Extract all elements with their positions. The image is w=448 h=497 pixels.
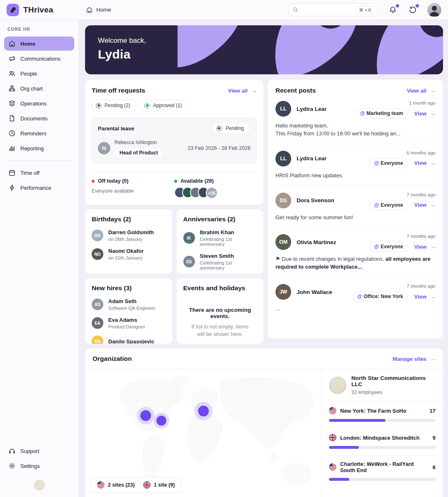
sidebar-item-people[interactable]: People — [4, 66, 74, 81]
filter-approved-chip[interactable]: Approved (1) — [140, 100, 187, 111]
post-body: Hello marketing team, This Friday from 1… — [275, 122, 436, 138]
history-dot — [416, 4, 419, 7]
new-hires-card: New hires (3) AS Adam Seth Software QA E… — [85, 278, 172, 344]
list-item[interactable]: AS Adam Seth Software QA Engineer — [92, 298, 166, 311]
list-item[interactable]: IK Ibrahim Khan Celebrating 1st annivers… — [183, 229, 257, 247]
us-flag-icon — [329, 407, 336, 414]
chip-label: Approved (1) — [153, 103, 182, 108]
company-name: North Star Communications LLC — [351, 375, 436, 387]
banner-text: Welcome back, Lydia — [98, 37, 146, 61]
avatar: JW — [275, 284, 291, 300]
legend-item-uk: 1 site (9) — [143, 481, 175, 489]
post-time: 7 months ago — [369, 192, 436, 197]
search-icon — [292, 7, 299, 13]
sidebar-item-label: Home — [20, 41, 35, 47]
company-employee-count: 32 employees — [351, 389, 436, 395]
sidebar-item-label: Settings — [20, 463, 40, 469]
user-avatar[interactable] — [427, 3, 441, 17]
time-off-request-item[interactable]: Parental leave Pending RI Rebecca Ishlin… — [92, 118, 257, 164]
site-row[interactable]: London: Mindspace Shoreditch 9 — [321, 428, 443, 455]
manage-sites-link[interactable]: Manage sites → — [392, 356, 436, 362]
filter-pending-chip[interactable]: Pending (2) — [92, 100, 136, 111]
avatar: OM — [275, 234, 291, 250]
org-chart-icon — [8, 85, 16, 92]
available-avatar-stack[interactable]: +25 — [174, 187, 257, 199]
company-logo — [329, 377, 346, 394]
sidebar-item-org-chart[interactable]: Org chart — [4, 81, 74, 95]
view-label: View — [414, 160, 426, 166]
post-view-link[interactable]: View→ — [414, 160, 436, 166]
sidebar-item-label: People — [20, 71, 37, 77]
sidebar-item-support[interactable]: Support — [4, 444, 74, 458]
uk-flag-icon — [143, 481, 151, 489]
arrow-right-icon: → — [430, 244, 436, 250]
list-item[interactable]: NO Naomi Okafor on 31th January — [92, 248, 166, 260]
sidebar-item-settings[interactable]: Settings — [4, 459, 74, 473]
arrow-right-icon: → — [430, 294, 436, 300]
banner-greeting: Welcome back, — [98, 37, 146, 45]
list-item[interactable]: DG Darren Goldsmith on 26th January — [92, 229, 166, 242]
person-sub: Product Designer — [108, 324, 145, 329]
audience-badge: @Everyone — [369, 200, 408, 210]
site-row[interactable]: Charlotte: WeWork - RailYard South End 6 — [321, 455, 443, 487]
audience-badge: @Everyone — [369, 158, 408, 168]
home-icon — [8, 40, 16, 47]
sidebar-item-time-off[interactable]: Time off — [4, 166, 74, 180]
search-input[interactable] — [301, 7, 353, 13]
manage-sites-label: Manage sites — [392, 356, 426, 362]
sidebar-item-reporting[interactable]: Reporting — [4, 141, 74, 155]
search-bar[interactable]: ⌘ + K — [288, 3, 377, 16]
sidebar: CORE HR Home Communications People Org c… — [0, 20, 79, 497]
post-view-link[interactable]: View→ — [414, 294, 436, 300]
headset-icon — [8, 447, 16, 455]
birthdays-card: Birthdays (2) DG Darren Goldsmith on 26t… — [85, 209, 172, 274]
red-dot-icon — [92, 180, 95, 183]
list-item[interactable]: SS Steven Smith Celebrating 1st annivers… — [183, 253, 257, 270]
person-sub: on 31th January — [108, 255, 144, 260]
history-button[interactable] — [408, 5, 417, 15]
sidebar-item-reminders[interactable]: Reminders — [4, 126, 74, 140]
sidebar-item-operations[interactable]: Operations — [4, 96, 74, 110]
time-off-view-all-link[interactable]: View all → — [228, 88, 257, 94]
at-icon: @ — [374, 160, 379, 166]
audience-badge: @Marketing team — [355, 108, 408, 118]
approved-radio-icon — [144, 103, 150, 108]
document-icon — [8, 115, 16, 122]
person-name: Naomi Okafor — [108, 248, 144, 254]
person-silhouette-icon — [427, 3, 441, 17]
post-view-link[interactable]: View→ — [414, 244, 436, 250]
off-today-label-row: Off today (0) — [92, 178, 174, 184]
search-shortcut: ⌘ + K — [356, 6, 375, 14]
sidebar-item-performance[interactable]: Performance — [4, 181, 74, 195]
topbar: THrivea Home ⌘ + K — [0, 0, 448, 20]
off-today-sub: Everyone available — [92, 188, 174, 194]
new-hires-title: New hires (3) — [92, 284, 166, 292]
avatar: LL — [275, 151, 291, 166]
post-body: HRIS Platform new updates — [275, 172, 436, 180]
sidebar-item-communications[interactable]: Communications — [4, 51, 74, 66]
post-view-link[interactable]: View→ — [414, 110, 436, 117]
breadcrumb[interactable]: Home — [86, 6, 111, 13]
legend-label: 1 site (9) — [154, 482, 175, 488]
post-view-link[interactable]: View→ — [414, 202, 436, 208]
sidebar-item-label: Operations — [20, 100, 47, 107]
sidebar-item-label: Communications — [20, 56, 61, 62]
post-time: 1 month ago — [355, 100, 436, 105]
at-icon: @ — [357, 294, 362, 299]
list-item[interactable]: EA Eva Adams Product Designer — [92, 317, 166, 329]
posts-view-all-link[interactable]: View all → — [407, 88, 436, 94]
arrow-right-icon: → — [430, 160, 436, 166]
green-dot-icon — [174, 180, 177, 183]
notifications-button[interactable] — [388, 5, 397, 15]
events-title: Events and holidays — [183, 284, 257, 292]
sidebar-item-home[interactable]: Home — [4, 37, 74, 51]
app-logo-icon — [7, 4, 19, 16]
view-label: View — [414, 202, 426, 208]
post-author: Lydira Lear — [297, 106, 326, 112]
site-row[interactable]: New York: The Farm SoHo 17 — [321, 402, 443, 428]
sidebar-item-documents[interactable]: Documents — [4, 111, 74, 125]
post-author: John Wallace — [297, 289, 332, 295]
avatar: NO — [92, 248, 103, 260]
home-icon — [86, 6, 93, 13]
list-item[interactable]: DS Danilo Spasojevic — [92, 335, 166, 344]
